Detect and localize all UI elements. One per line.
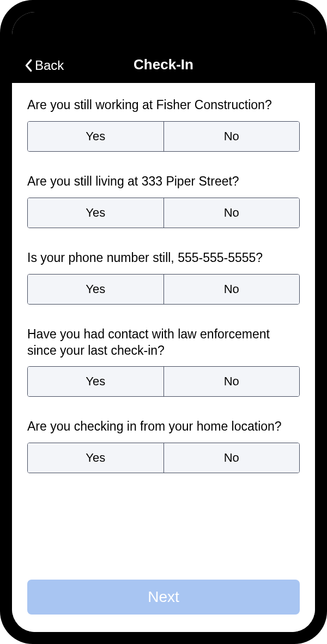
next-button[interactable]: Next — [27, 580, 300, 615]
page-title: Check-In — [22, 56, 305, 73]
yes-no-group: Yes No — [27, 443, 300, 473]
question-block: Are you checking in from your home locat… — [27, 419, 300, 473]
yes-button[interactable]: Yes — [28, 275, 164, 304]
yes-no-group: Yes No — [27, 274, 300, 305]
question-block: Are you still living at 333 Piper Street… — [27, 174, 300, 228]
question-text: Are you checking in from your home locat… — [27, 419, 300, 435]
chevron-left-icon — [24, 59, 33, 72]
spacer — [27, 495, 300, 580]
back-button[interactable]: Back — [24, 58, 64, 73]
question-block: Are you still working at Fisher Construc… — [27, 97, 300, 152]
question-text: Have you had contact with law enforcemen… — [27, 326, 300, 359]
question-text: Are you still living at 333 Piper Street… — [27, 174, 300, 190]
no-button[interactable]: No — [164, 275, 300, 304]
back-label: Back — [35, 58, 64, 73]
phone-side-button — [0, 164, 1, 235]
yes-no-group: Yes No — [27, 198, 300, 228]
yes-no-group: Yes No — [27, 366, 300, 397]
yes-button[interactable]: Yes — [28, 443, 164, 473]
content: Are you still working at Fisher Construc… — [12, 83, 315, 632]
phone-frame: Back Check-In Are you still working at F… — [0, 0, 327, 644]
header: Back Check-In — [12, 12, 315, 83]
yes-no-group: Yes No — [27, 121, 300, 152]
phone-side-button — [0, 109, 1, 147]
no-button[interactable]: No — [164, 443, 300, 473]
yes-button[interactable]: Yes — [28, 198, 164, 228]
question-text: Are you still working at Fisher Construc… — [27, 97, 300, 114]
screen: Back Check-In Are you still working at F… — [12, 12, 315, 632]
question-block: Have you had contact with law enforcemen… — [27, 326, 300, 397]
question-block: Is your phone number still, 555-555-5555… — [27, 250, 300, 305]
question-text: Is your phone number still, 555-555-5555… — [27, 250, 300, 266]
no-button[interactable]: No — [164, 198, 300, 228]
no-button[interactable]: No — [164, 367, 300, 396]
no-button[interactable]: No — [164, 122, 300, 151]
yes-button[interactable]: Yes — [28, 367, 164, 396]
yes-button[interactable]: Yes — [28, 122, 164, 151]
